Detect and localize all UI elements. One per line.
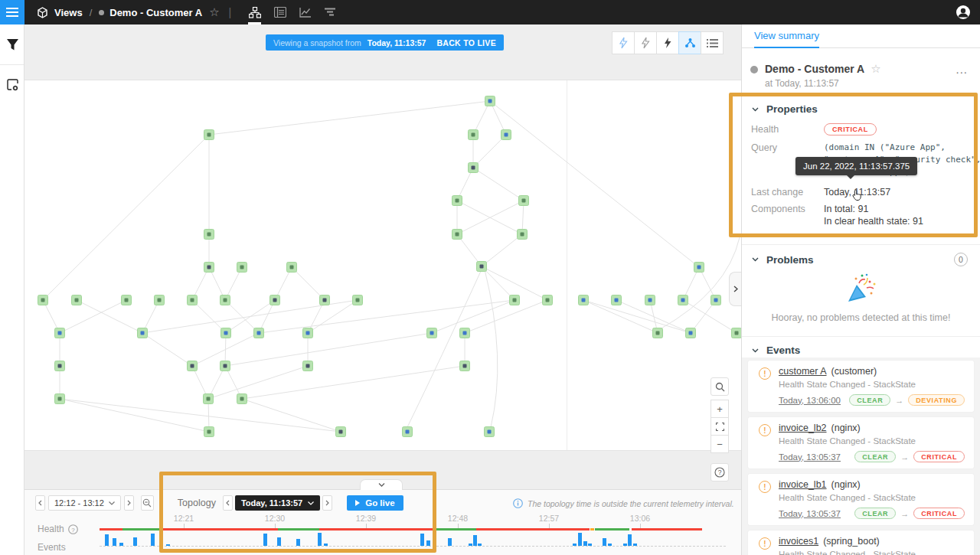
topology-node-icon bbox=[240, 266, 244, 269]
event-to-state-chip: DEVIATING bbox=[908, 394, 965, 406]
event-histogram-bar[interactable] bbox=[478, 544, 482, 546]
health-row-label: Health ? bbox=[38, 524, 78, 534]
event-component-link[interactable]: invoices1 bbox=[779, 536, 818, 547]
problems-section-header[interactable]: Problems 0 bbox=[742, 245, 980, 273]
topology-view-tab[interactable] bbox=[242, 0, 267, 24]
zoom-in-button[interactable]: + bbox=[710, 400, 729, 418]
event-warning-icon: ! bbox=[759, 537, 771, 550]
topology-node-icon bbox=[456, 233, 459, 237]
event-histogram-bar[interactable] bbox=[583, 541, 587, 546]
events-row-label: Events bbox=[38, 542, 66, 553]
list-mode-button[interactable] bbox=[701, 31, 724, 54]
topology-node-icon bbox=[472, 133, 475, 137]
problems-highlight-button[interactable] bbox=[612, 31, 635, 54]
event-histogram-bar[interactable] bbox=[113, 538, 116, 546]
breadcrumb-separator: / bbox=[90, 7, 93, 18]
topology-node-icon bbox=[207, 133, 211, 137]
health-timeline-segment[interactable] bbox=[595, 528, 629, 531]
topology-canvas[interactable]: Viewing a snapshot from Today, 11:13:57 … bbox=[24, 24, 741, 489]
range-prev-button[interactable] bbox=[35, 495, 45, 511]
chevron-down-icon bbox=[752, 348, 759, 353]
event-component-link[interactable]: invoice_lb1 bbox=[779, 479, 827, 490]
events-section-header[interactable]: Events bbox=[742, 337, 980, 357]
event-card[interactable]: ! invoice_lb1(nginx) Health State Change… bbox=[748, 474, 974, 525]
range-next-button[interactable] bbox=[124, 495, 134, 511]
event-histogram-bar[interactable] bbox=[623, 544, 627, 546]
tab-view-summary[interactable]: View summary bbox=[754, 24, 819, 48]
event-histogram-bar[interactable] bbox=[633, 544, 637, 546]
zoom-out-button[interactable]: − bbox=[710, 435, 729, 453]
party-popper-icon bbox=[844, 273, 879, 305]
table-view-tab[interactable] bbox=[267, 0, 292, 24]
event-histogram-bar[interactable] bbox=[469, 544, 472, 546]
health-timeline-segment[interactable] bbox=[476, 528, 590, 531]
event-histogram-bar[interactable] bbox=[588, 544, 592, 546]
event-histogram-bar[interactable] bbox=[448, 538, 452, 546]
event-histogram-bar[interactable] bbox=[151, 534, 155, 546]
event-card[interactable]: ! customer A(customer) Health State Chan… bbox=[748, 361, 974, 412]
events-highlight-button[interactable] bbox=[634, 31, 657, 54]
event-histogram-bar[interactable] bbox=[133, 537, 137, 546]
topology-node-icon bbox=[257, 331, 261, 335]
topology-edge bbox=[43, 135, 209, 300]
topology-mode-button[interactable] bbox=[678, 31, 701, 54]
filter-button[interactable] bbox=[0, 24, 24, 64]
health-timeline-segment[interactable] bbox=[122, 528, 162, 531]
left-sidebar bbox=[0, 24, 24, 555]
event-time-link[interactable]: Today, 13:05:37 bbox=[779, 452, 841, 462]
topology-node-icon bbox=[521, 233, 524, 237]
event-histogram-bar[interactable] bbox=[105, 534, 109, 546]
event-to-state-chip: CRITICAL bbox=[913, 508, 965, 519]
view-settings-button[interactable] bbox=[0, 65, 24, 105]
snapshot-banner-time: Today, 11:13:57 bbox=[368, 38, 426, 47]
telemetry-info-message: The topology time is outside the current… bbox=[513, 498, 734, 508]
event-histogram-bar[interactable] bbox=[608, 544, 612, 546]
info-icon bbox=[513, 498, 523, 508]
event-card[interactable]: ! invoice_lb2(nginx) Health State Change… bbox=[748, 417, 974, 468]
event-component-link[interactable]: invoice_lb2 bbox=[779, 423, 827, 433]
topology-node-icon bbox=[41, 299, 45, 302]
menu-button[interactable] bbox=[0, 0, 24, 24]
panel-view-title: Demo - Customer A bbox=[765, 63, 864, 75]
event-time-link[interactable]: Today, 13:06:00 bbox=[779, 396, 841, 405]
telemetry-view-tab[interactable] bbox=[292, 0, 318, 24]
fit-screen-button[interactable] bbox=[710, 417, 729, 436]
timeline-zoom-out-button[interactable] bbox=[141, 495, 154, 511]
event-histogram-bar[interactable] bbox=[119, 543, 123, 546]
topology-node-icon bbox=[697, 266, 701, 269]
event-component-link[interactable]: customer A bbox=[779, 366, 827, 377]
favorite-star-icon[interactable]: ☆ bbox=[209, 5, 219, 19]
event-histogram-bar[interactable] bbox=[603, 538, 606, 546]
search-zoom-button[interactable] bbox=[710, 377, 729, 396]
event-histogram-bar[interactable] bbox=[628, 534, 632, 546]
event-card[interactable]: ! invoices1(spring_boot) Health State Ch… bbox=[748, 531, 974, 555]
favorite-star-icon[interactable]: ☆ bbox=[871, 63, 880, 75]
user-avatar[interactable] bbox=[956, 5, 971, 20]
topology-node-icon bbox=[125, 299, 129, 302]
breadcrumb-views[interactable]: Views bbox=[54, 7, 83, 18]
topology-node-icon bbox=[191, 299, 194, 302]
topology-edge bbox=[60, 399, 341, 432]
event-histogram-bar[interactable] bbox=[473, 535, 477, 546]
topology-node-icon bbox=[522, 199, 526, 203]
help-button[interactable]: ? bbox=[710, 463, 729, 482]
panel-menu-button[interactable]: ... bbox=[956, 63, 968, 89]
health-timeline-segment[interactable] bbox=[100, 528, 122, 531]
topology-node-icon bbox=[207, 266, 211, 269]
event-component-type: (customer) bbox=[831, 366, 877, 377]
time-range-dropdown[interactable]: 12:12 - 13:12 bbox=[48, 495, 121, 511]
anomalies-highlight-button[interactable] bbox=[656, 31, 679, 54]
health-timeline-segment[interactable] bbox=[436, 528, 476, 531]
panel-expand-handle[interactable] bbox=[729, 272, 741, 306]
traces-view-tab[interactable] bbox=[318, 0, 343, 24]
event-description: Health State Changed - StackState bbox=[779, 493, 965, 503]
svg-text:?: ? bbox=[71, 526, 75, 533]
topology-edge bbox=[473, 135, 506, 168]
event-histogram-bar[interactable] bbox=[578, 533, 582, 546]
back-to-live-button[interactable]: BACK TO LIVE bbox=[436, 38, 496, 47]
event-histogram-bar[interactable] bbox=[573, 544, 577, 546]
health-timeline-segment[interactable] bbox=[632, 528, 702, 531]
breadcrumb-view-title[interactable]: Demo - Customer A bbox=[109, 7, 202, 18]
event-time-link[interactable]: Today, 13:05:37 bbox=[779, 509, 841, 518]
health-timeline-segment[interactable] bbox=[590, 528, 594, 531]
